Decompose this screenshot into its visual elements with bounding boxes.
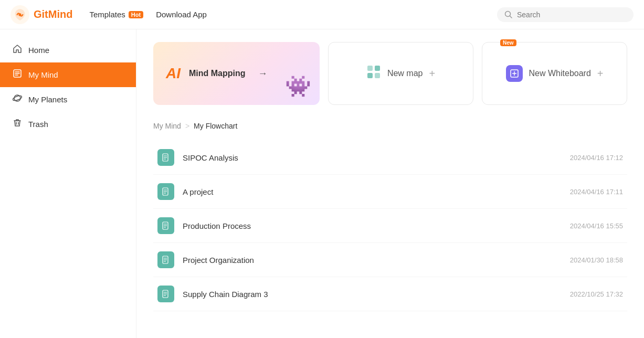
ai-badge: AI [166, 65, 181, 82]
new-map-icon [366, 65, 381, 82]
mind-mapping-card[interactable]: AI Mind Mapping → 👾 [153, 42, 320, 105]
my-planets-icon [13, 93, 22, 105]
table-row[interactable]: Supply Chain Diagram 3 2022/10/25 17:32 [153, 277, 627, 311]
sidebar-item-home[interactable]: Home [0, 38, 136, 62]
file-name: SIPOC Analysis [183, 153, 570, 162]
svg-rect-15 [375, 73, 380, 78]
breadcrumb-current: My Flowchart [194, 122, 237, 130]
svg-point-1 [18, 13, 21, 16]
search-input[interactable] [517, 10, 626, 19]
hot-badge: Hot [129, 11, 143, 18]
new-whiteboard-badge: New [500, 39, 516, 46]
logo-text: GitMind [34, 8, 72, 20]
file-icon [157, 149, 174, 166]
breadcrumb-separator: > [185, 122, 189, 130]
sidebar-item-trash[interactable]: Trash [0, 112, 136, 136]
ghost-emoji: 👾 [285, 74, 311, 99]
whiteboard-icon [506, 65, 523, 82]
templates-nav-item[interactable]: Templates Hot [89, 10, 143, 19]
new-whiteboard-plus-icon: + [597, 68, 604, 80]
mind-mapping-label: Mind Mapping [189, 69, 246, 78]
file-date: 2022/10/25 17:32 [570, 290, 623, 298]
my-mind-icon [13, 69, 22, 81]
file-name: Project Organization [183, 256, 570, 265]
header: GitMind Templates Hot Download App [0, 0, 644, 29]
new-map-label: New map [387, 69, 423, 78]
file-icon [157, 217, 174, 234]
new-whiteboard-card[interactable]: New New Whiteboard + [482, 42, 627, 105]
file-icon [157, 183, 174, 200]
main-nav: Templates Hot Download App [89, 10, 206, 19]
sidebar-item-my-mind[interactable]: My Mind [0, 62, 136, 87]
sidebar-item-my-planets-label: My Planets [28, 95, 67, 104]
table-row[interactable]: SIPOC Analysis 2024/04/16 17:12 [153, 141, 627, 175]
table-row[interactable]: Production Process 2024/04/16 15:55 [153, 209, 627, 243]
new-whiteboard-label: New Whiteboard [529, 69, 591, 78]
logo-icon [10, 5, 29, 24]
svg-rect-12 [367, 66, 373, 71]
mind-mapping-arrow: → [258, 68, 268, 79]
file-date: 2024/01/30 18:58 [570, 256, 623, 264]
download-app-label: Download App [156, 10, 207, 19]
file-list: SIPOC Analysis 2024/04/16 17:12 A projec… [153, 141, 627, 311]
download-app-nav-item[interactable]: Download App [156, 10, 207, 19]
file-name: A project [183, 187, 570, 196]
search-icon [504, 10, 513, 19]
breadcrumb: My Mind > My Flowchart [153, 122, 627, 130]
svg-line-3 [510, 16, 512, 18]
search-box[interactable] [497, 7, 634, 22]
trash-icon [13, 118, 22, 130]
table-row[interactable]: A project 2024/04/16 17:11 [153, 175, 627, 209]
file-name: Supply Chain Diagram 3 [183, 290, 570, 299]
sidebar-item-home-label: Home [28, 46, 49, 55]
file-icon [157, 251, 174, 268]
file-date: 2024/04/16 17:11 [570, 188, 623, 196]
table-row[interactable]: Project Organization 2024/01/30 18:58 [153, 243, 627, 277]
svg-rect-13 [375, 66, 380, 71]
sidebar-item-my-mind-label: My Mind [28, 70, 58, 79]
file-icon [157, 286, 174, 302]
logo[interactable]: GitMind [10, 5, 72, 24]
new-map-card[interactable]: New map + [328, 42, 473, 105]
main-layout: Home My Mind My Planets [0, 29, 644, 338]
svg-point-9 [13, 95, 22, 102]
sidebar-item-trash-label: Trash [28, 120, 48, 129]
new-map-plus-icon: + [429, 68, 435, 80]
file-name: Production Process [183, 221, 570, 230]
main-content: AI Mind Mapping → 👾 New map + [136, 29, 644, 338]
sidebar-item-my-planets[interactable]: My Planets [0, 87, 136, 112]
file-date: 2024/04/16 15:55 [570, 222, 623, 230]
sidebar: Home My Mind My Planets [0, 29, 136, 338]
home-icon [13, 44, 22, 56]
templates-label: Templates [89, 10, 125, 19]
breadcrumb-parent[interactable]: My Mind [153, 122, 181, 130]
quick-actions: AI Mind Mapping → 👾 New map + [153, 42, 627, 105]
svg-rect-14 [367, 73, 373, 78]
file-date: 2024/04/16 17:12 [570, 154, 623, 162]
